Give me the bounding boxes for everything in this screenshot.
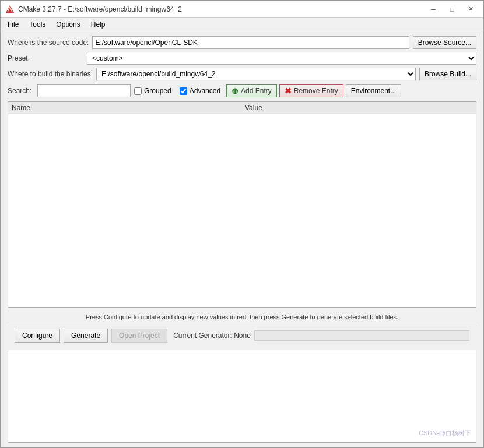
cmake-logo-icon xyxy=(5,5,15,14)
browse-source-button[interactable]: Browse Source... xyxy=(413,36,476,49)
menu-bar: File Tools Options Help xyxy=(1,18,483,31)
preset-select-wrapper: <custom> xyxy=(87,52,476,65)
advanced-checkbox-label[interactable]: Advanced xyxy=(180,87,220,95)
search-input[interactable] xyxy=(37,84,131,97)
source-row: Where is the source code: Browse Source.… xyxy=(8,36,476,49)
add-entry-label: Add Entry xyxy=(241,87,272,95)
configure-button[interactable]: Configure xyxy=(15,329,60,343)
grouped-checkbox[interactable] xyxy=(134,87,142,95)
status-message: Press Configure to update and display ne… xyxy=(8,311,476,323)
add-entry-button[interactable]: ⊕ Add Entry xyxy=(226,84,277,97)
grouped-label: Grouped xyxy=(144,87,171,95)
plus-icon: ⊕ xyxy=(232,86,239,96)
source-input[interactable] xyxy=(92,36,409,49)
generate-button[interactable]: Generate xyxy=(64,329,108,343)
source-label: Where is the source code: xyxy=(8,38,89,47)
log-content xyxy=(8,350,476,355)
main-window: CMake 3.27.7 - E:/software/opencl/build_… xyxy=(0,0,484,448)
maximize-button[interactable]: □ xyxy=(444,3,460,15)
advanced-checkbox[interactable] xyxy=(180,87,187,95)
advanced-label: Advanced xyxy=(190,87,220,95)
title-bar: CMake 3.27.7 - E:/software/opencl/build_… xyxy=(1,1,483,18)
grouped-checkbox-label[interactable]: Grouped xyxy=(134,87,171,95)
column-header-value: Value xyxy=(245,104,472,112)
menu-help[interactable]: Help xyxy=(86,19,110,30)
table-body xyxy=(8,114,476,308)
main-content: Where is the source code: Browse Source.… xyxy=(1,31,483,350)
build-select-wrapper: E:/software/opencl/build_mingw64_2 xyxy=(96,68,416,80)
table-header: Name Value xyxy=(8,102,476,114)
progress-bar xyxy=(254,330,469,341)
close-button[interactable]: ✕ xyxy=(462,3,479,15)
action-buttons: ⊕ Add Entry ✖ Remove Entry Environment..… xyxy=(226,84,401,97)
window-controls: ─ □ ✕ xyxy=(425,3,479,15)
remove-entry-label: Remove Entry xyxy=(294,87,338,95)
preset-select[interactable]: <custom> xyxy=(87,52,476,65)
search-row: Search: Grouped Advanced ⊕ Add Entry xyxy=(8,84,476,97)
preset-row: Preset: <custom> xyxy=(8,52,476,65)
x-icon: ✖ xyxy=(285,86,292,96)
preset-label: Preset: xyxy=(8,54,83,62)
browse-build-button[interactable]: Browse Build... xyxy=(419,68,476,80)
environment-button[interactable]: Environment... xyxy=(346,84,401,97)
build-label: Where to build the binaries: xyxy=(8,70,93,78)
window-title: CMake 3.27.7 - E:/software/opencl/build_… xyxy=(18,5,182,13)
build-row: Where to build the binaries: E:/software… xyxy=(8,68,476,80)
generator-label: Current Generator: None xyxy=(173,331,251,340)
open-project-button[interactable]: Open Project xyxy=(111,329,167,343)
log-area: CSDN-@白杨树下 xyxy=(8,350,476,443)
checkbox-group: Grouped Advanced xyxy=(134,87,220,95)
cmake-table: Name Value xyxy=(8,101,476,308)
bottom-bar: Configure Generate Open Project Current … xyxy=(8,326,476,345)
title-bar-left: CMake 3.27.7 - E:/software/opencl/build_… xyxy=(5,5,182,14)
menu-file[interactable]: File xyxy=(3,19,23,30)
remove-entry-button[interactable]: ✖ Remove Entry xyxy=(279,84,343,97)
menu-tools[interactable]: Tools xyxy=(24,19,50,30)
search-label: Search: xyxy=(8,87,34,95)
minimize-button[interactable]: ─ xyxy=(425,3,441,15)
column-header-name: Name xyxy=(12,104,245,112)
menu-options[interactable]: Options xyxy=(51,19,85,30)
watermark: CSDN-@白杨树下 xyxy=(419,429,471,438)
build-select[interactable]: E:/software/opencl/build_mingw64_2 xyxy=(96,68,416,80)
